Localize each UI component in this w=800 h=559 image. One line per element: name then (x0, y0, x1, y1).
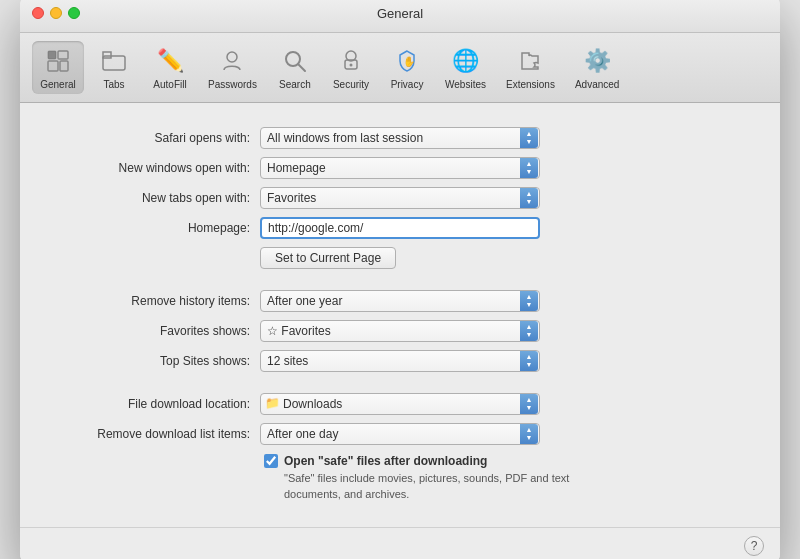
favorites-shows-control: ☆ Favorites Bookmarks Menu Reading List … (260, 320, 540, 342)
open-safe-files-checkbox[interactable] (264, 454, 278, 468)
websites-icon: 🌐 (450, 45, 482, 77)
safari-opens-select[interactable]: All windows from last session A new wind… (260, 127, 540, 149)
passwords-icon (216, 45, 248, 77)
fullscreen-button[interactable] (68, 7, 80, 19)
toolbar-item-extensions[interactable]: Extensions (498, 41, 563, 94)
file-download-label: File download location: (60, 397, 260, 411)
toolbar-item-security[interactable]: Security (325, 41, 377, 94)
minimize-button[interactable] (50, 7, 62, 19)
remove-history-label: Remove history items: (60, 294, 260, 308)
svg-rect-0 (48, 51, 56, 59)
remove-download-select[interactable]: After one day Upon successful download W… (260, 423, 540, 445)
content-area: Safari opens with: All windows from last… (20, 103, 780, 527)
new-windows-label: New windows open with: (60, 161, 260, 175)
search-icon (279, 45, 311, 77)
privacy-label: Privacy (391, 79, 424, 90)
open-safe-files-desc: "Safe" files include movies, pictures, s… (284, 472, 569, 501)
remove-history-control: After one year After one month After one… (260, 290, 540, 312)
new-tabs-row: New tabs open with: Favorites Homepage E… (60, 187, 740, 209)
new-tabs-select[interactable]: Favorites Homepage Empty Page (260, 187, 540, 209)
svg-text:✋: ✋ (403, 55, 416, 68)
open-safe-files-row: Open "safe" files after downloading "Saf… (264, 453, 740, 503)
general-icon (42, 45, 74, 77)
new-windows-select[interactable]: Homepage Empty Page Same Page (260, 157, 540, 179)
top-sites-select[interactable]: 12 sites 6 sites 24 sites (260, 350, 540, 372)
tabs-icon (98, 45, 130, 77)
search-label: Search (279, 79, 311, 90)
homepage-control (260, 217, 540, 239)
help-button[interactable]: ? (744, 536, 764, 556)
set-current-page-row: Set to Current Page (60, 247, 740, 269)
file-download-row: File download location: Downloads Deskto… (60, 393, 740, 415)
advanced-icon: ⚙️ (581, 45, 613, 77)
toolbar-item-autofill[interactable]: ✏️ AutoFill (144, 41, 196, 94)
svg-line-8 (298, 64, 305, 71)
autofill-label: AutoFill (153, 79, 186, 90)
top-sites-control: 12 sites 6 sites 24 sites ▲ ▼ (260, 350, 540, 372)
toolbar: General Tabs ✏️ AutoFill Passwords (20, 33, 780, 103)
autofill-icon: ✏️ (154, 45, 186, 77)
toolbar-item-general[interactable]: General (32, 41, 84, 94)
security-icon (335, 45, 367, 77)
toolbar-item-passwords[interactable]: Passwords (200, 41, 265, 94)
websites-label: Websites (445, 79, 486, 90)
main-window: General General Tabs (20, 0, 780, 559)
homepage-input[interactable] (260, 217, 540, 239)
svg-rect-3 (60, 61, 68, 71)
file-download-control: Downloads Desktop Other... 📁 ▲ ▼ (260, 393, 540, 415)
remove-download-label: Remove download list items: (60, 427, 260, 441)
svg-rect-5 (103, 52, 111, 58)
svg-point-11 (349, 63, 352, 66)
new-tabs-label: New tabs open with: (60, 191, 260, 205)
safari-opens-label: Safari opens with: (60, 131, 260, 145)
window-title: General (377, 6, 423, 21)
set-current-page-button[interactable]: Set to Current Page (260, 247, 396, 269)
new-tabs-control: Favorites Homepage Empty Page ▲ ▼ (260, 187, 540, 209)
toolbar-item-privacy[interactable]: ✋ Privacy (381, 41, 433, 94)
new-windows-row: New windows open with: Homepage Empty Pa… (60, 157, 740, 179)
svg-rect-1 (58, 51, 68, 59)
toolbar-item-search[interactable]: Search (269, 41, 321, 94)
general-label: General (40, 79, 76, 90)
svg-point-6 (227, 52, 237, 62)
favorites-shows-label: Favorites shows: (60, 324, 260, 338)
bottom-bar: ? (20, 527, 780, 559)
passwords-label: Passwords (208, 79, 257, 90)
extensions-label: Extensions (506, 79, 555, 90)
remove-download-row: Remove download list items: After one da… (60, 423, 740, 445)
safari-opens-row: Safari opens with: All windows from last… (60, 127, 740, 149)
remove-history-select[interactable]: After one year After one month After one… (260, 290, 540, 312)
toolbar-item-tabs[interactable]: Tabs (88, 41, 140, 94)
remove-history-row: Remove history items: After one year Aft… (60, 290, 740, 312)
open-safe-files-title: Open "safe" files after downloading (284, 454, 487, 468)
top-sites-row: Top Sites shows: 12 sites 6 sites 24 sit… (60, 350, 740, 372)
privacy-icon: ✋ (391, 45, 423, 77)
file-download-select[interactable]: Downloads Desktop Other... (260, 393, 540, 415)
toolbar-item-advanced[interactable]: ⚙️ Advanced (567, 41, 627, 94)
remove-download-control: After one day Upon successful download W… (260, 423, 540, 445)
top-sites-label: Top Sites shows: (60, 354, 260, 368)
favorites-shows-row: Favorites shows: ☆ Favorites Bookmarks M… (60, 320, 740, 342)
open-safe-files-label[interactable]: Open "safe" files after downloading "Saf… (284, 453, 584, 503)
new-windows-control: Homepage Empty Page Same Page ▲ ▼ (260, 157, 540, 179)
homepage-row: Homepage: (60, 217, 740, 239)
tabs-label: Tabs (103, 79, 124, 90)
svg-rect-2 (48, 61, 58, 71)
advanced-label: Advanced (575, 79, 619, 90)
titlebar: General (20, 0, 780, 33)
safari-opens-control: All windows from last session A new wind… (260, 127, 540, 149)
toolbar-item-websites[interactable]: 🌐 Websites (437, 41, 494, 94)
security-label: Security (333, 79, 369, 90)
homepage-label: Homepage: (60, 221, 260, 235)
close-button[interactable] (32, 7, 44, 19)
favorites-shows-select[interactable]: ☆ Favorites Bookmarks Menu Reading List (260, 320, 540, 342)
traffic-lights (32, 7, 80, 19)
extensions-icon (514, 45, 546, 77)
set-current-page-control: Set to Current Page (260, 247, 540, 269)
